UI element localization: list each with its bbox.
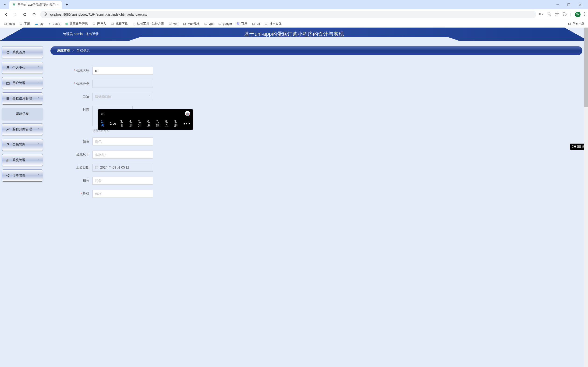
reload-button[interactable] [21,11,28,18]
url-text: localhost:8080/springbootc7164/admin/dis… [50,13,148,16]
input-date[interactable]: 2024 年 09 月 05 日 [92,164,153,172]
menu-dots-icon[interactable] [584,12,585,17]
sidebar-item-cake-category[interactable]: 蛋糕分类管理 ˅ [2,123,43,135]
form-row-cake-category: 蛋糕分类 [64,80,247,88]
address-bar: localhost:8080/springbootc7164/admin/dis… [0,9,588,20]
form-row-date: 上架日期 2024 年 09 月 05 日 [64,164,247,172]
form-row-cake-name: 蛋糕名称 [64,67,247,75]
page-content: 管理员 admin 退出登录 基于uni-app的蛋糕订购小程序的设计与实现 系… [0,27,588,367]
bookmark-shared-pw[interactable]: ▦共享账号密码 [64,22,88,26]
ime-candidate-8[interactable]: 8.夨 [165,119,170,127]
ime-candidate-5[interactable]: 5.策 [138,119,143,127]
sidebar: 系统首页 个人中心 ˅ 用户管理 ˅ 蛋糕信息管理 [0,41,45,213]
ime-candidate-7[interactable]: 7.恻 [156,119,161,127]
form-row-flavor: 口味 请选择口味 ˅ [64,93,247,101]
ime-candidate-1[interactable]: 1.测 [101,119,106,127]
input-points[interactable] [92,177,153,185]
browser-tab[interactable]: V 基于uni-app的蛋糕订购小程序 × [9,1,62,9]
ime-candidate-3[interactable]: 3.侧 [120,119,125,127]
chevron-down-icon: ˅ [38,81,40,85]
home-icon [6,50,10,54]
bookmark-txy[interactable]: ☁txy [34,22,43,26]
select-cake-category[interactable] [92,80,153,88]
bars-icon [6,158,10,162]
input-cake-name[interactable] [92,67,153,75]
folder-icon: 🗀 [3,22,7,26]
new-tab-button[interactable]: + [64,1,70,8]
sidebar-item-personal[interactable]: 个人中心 ˅ [2,62,43,74]
scrollbar-track[interactable] [584,27,588,367]
ime-expand-icon[interactable]: ▾ [188,122,190,125]
select-flavor[interactable]: 请选择口味 ˅ [92,93,153,101]
bookmark-vps[interactable]: 🗀vps [204,22,213,26]
sidebar-item-home[interactable]: 系统首页 [2,46,43,58]
sidebar-item-orders[interactable]: 订单管理 ˅ [2,169,43,182]
forward-button[interactable] [12,11,19,18]
sidebar-item-flavor[interactable]: 口味管理 ˅ [2,139,43,151]
bookmark-video-dl[interactable]: 🗀视频下载 [110,22,128,26]
sidebar-item-system[interactable]: 系统管理 ˅ [2,154,43,166]
ime-candidate-2[interactable]: 2.ce [110,122,116,125]
ime-assistant-icon[interactable]: 🤖 [185,111,190,116]
bookmark-star-icon[interactable] [555,12,559,17]
svg-point-10 [585,15,585,16]
url-box[interactable]: localhost:8080/springbootc7164/admin/dis… [40,11,536,18]
folder-icon: 🗀 [182,22,186,26]
input-size[interactable] [92,150,153,158]
scrollbar-thumb[interactable] [584,27,588,107]
breadcrumb-home[interactable]: 系统首页 [57,49,70,53]
svg-point-9 [585,14,585,15]
tab-bar: V 基于uni-app的蛋糕订购小程序 × + [0,0,588,9]
bookmark-tools[interactable]: 🗀tools [3,22,15,26]
home-button[interactable] [31,11,37,18]
ime-candidate-6[interactable]: 6.厕 [147,119,152,127]
svg-rect-19 [95,166,98,169]
tab-search-dropdown[interactable] [2,1,8,8]
label-cake-name: 蛋糕名称 [64,67,92,73]
bookmark-baozang[interactable]: 🗀宝藏 [19,22,30,26]
sidebar-item-cake-info[interactable]: 蛋糕信息管理 ˄ [2,92,43,105]
bookmark-google[interactable]: 🗀google [218,22,232,26]
zoom-icon[interactable] [547,12,551,17]
bookmark-social[interactable]: 🗀社交媒体 [264,22,282,26]
ime-next-icon[interactable]: ▸ [186,122,187,125]
folder-icon: 🗀 [168,22,172,26]
ime-candidate-9[interactable]: 9.删 [174,119,179,127]
chevron-down-icon: ˅ [38,127,40,131]
svg-point-6 [548,13,550,15]
bookmark-baidu[interactable]: 熊百度 [236,22,247,26]
extensions-icon[interactable] [563,12,567,17]
ime-candidate-4[interactable]: 4.册 [129,119,134,127]
ime-prev-icon[interactable]: ◂ [183,122,185,125]
bookmark-upload[interactable]: ↑uplod [48,22,60,26]
bookmark-vpn[interactable]: 🗀vpn [168,22,178,26]
sidebar-subitem-cake-info[interactable]: 蛋糕信息 [2,108,43,120]
profile-avatar[interactable]: W [575,12,580,17]
svg-rect-16 [7,160,7,162]
tab-close-icon[interactable]: × [57,3,59,7]
bookmark-zhanzhang[interactable]: ◫站长工具 - 站长之家 [132,22,164,26]
folder-icon: 🗀 [567,22,571,26]
minimize-button[interactable] [554,1,561,8]
bookmark-aff[interactable]: 🗀aff [252,22,260,26]
sidebar-item-users[interactable]: 用户管理 ˅ [2,77,43,89]
site-info-icon[interactable] [43,12,47,17]
form-row-size: 蛋糕尺寸 [64,150,247,158]
bookmark-imported[interactable]: 🗀已导入 [92,22,106,26]
bookmarks-bar: 🗀tools 🗀宝藏 ☁txy ↑uplod ▦共享账号密码 🗀已导入 🗀视频下… [0,20,588,27]
maximize-button[interactable] [566,1,572,8]
password-key-icon[interactable] [539,12,544,17]
back-button[interactable] [3,11,9,18]
folder-icon: 🗀 [218,22,221,26]
input-price[interactable] [92,190,153,198]
close-window-button[interactable] [577,1,583,8]
logout-link[interactable]: 退出登录 [85,32,99,36]
cloud-icon: ☁ [34,22,38,26]
folder-icon: 🗀 [204,22,207,26]
label-points: 积分 [64,177,92,183]
calendar-icon [95,166,98,170]
all-bookmarks-button[interactable]: 🗀所有书签 [567,22,585,26]
bookmark-max[interactable]: 🗀Max云梯 [182,22,199,26]
site-icon: ◫ [132,22,136,26]
input-color[interactable] [92,138,153,145]
